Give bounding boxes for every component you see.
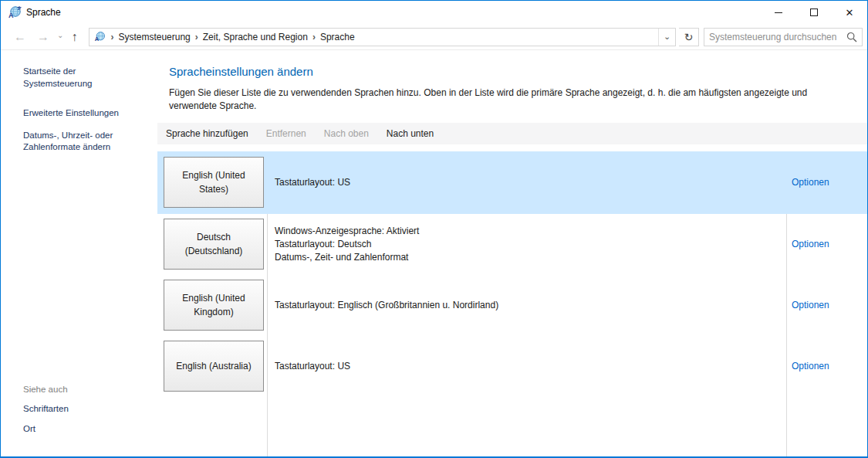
page-description: Fügen Sie dieser Liste die zu verwendend… — [169, 87, 853, 113]
detail-line: Windows-Anzeigesprache: Aktiviert — [275, 225, 786, 238]
detail-line: Datums-, Zeit- und Zahlenformat — [275, 251, 786, 264]
language-details: Tastaturlayout: US — [264, 360, 786, 373]
history-dropdown-icon[interactable]: ⌄ — [55, 31, 66, 39]
window-body: Startseite der Systemsteuerung Erweitert… — [1, 50, 867, 456]
forward-button[interactable]: → — [32, 31, 55, 43]
language-row-english-us[interactable]: English (United States) Tastaturlayout: … — [157, 151, 867, 214]
add-language-button[interactable]: Sprache hinzufügen — [165, 127, 249, 141]
window-controls: ✕ — [761, 1, 867, 24]
move-down-button[interactable]: Nach unten — [386, 127, 434, 141]
sidebar-item-erweiterte-einstellungen[interactable]: Erweiterte Einstellungen — [23, 107, 147, 120]
options-link-deutsch[interactable]: Optionen — [792, 239, 829, 249]
language-row-deutsch[interactable]: Deutsch (Deutschland) Windows-Anzeigespr… — [157, 214, 867, 275]
sidebar-item-startseite[interactable]: Startseite der Systemsteuerung — [23, 66, 147, 90]
breadcrumb-chevron-icon: › — [109, 31, 115, 42]
language-details: Windows-Anzeigesprache: Aktiviert Tastat… — [264, 225, 786, 264]
options-cell: Optionen — [786, 177, 867, 188]
sidebar: Startseite der Systemsteuerung Erweitert… — [1, 50, 157, 456]
options-link-english-us[interactable]: Optionen — [792, 177, 829, 188]
language-row-english-uk[interactable]: English (United Kingdom) Tastaturlayout:… — [157, 275, 867, 336]
minimize-icon — [775, 12, 782, 13]
detail-line: Tastaturlayout: Deutsch — [275, 238, 786, 251]
search-box — [704, 28, 863, 46]
control-panel-window: A Sprache ✕ ← → ⌄ ↑ — [0, 0, 868, 458]
address-dropdown-icon[interactable]: ⌄ — [658, 29, 675, 46]
back-button[interactable]: ← — [8, 31, 32, 43]
svg-text:A: A — [8, 12, 14, 19]
options-link-english-au[interactable]: Optionen — [792, 361, 829, 371]
remove-button: Entfernen — [265, 127, 307, 141]
close-button[interactable]: ✕ — [832, 1, 867, 24]
language-tile-deutsch[interactable]: Deutsch (Deutschland) — [164, 219, 264, 270]
search-input[interactable] — [709, 32, 846, 42]
page-title: Spracheinstellungen ändern — [169, 65, 867, 78]
sidebar-item-ort[interactable]: Ort — [23, 423, 147, 436]
options-cell: Optionen — [786, 361, 867, 371]
breadcrumb-item-systemsteuerung[interactable]: Systemsteuerung — [115, 32, 193, 42]
language-row-english-au[interactable]: English (Australia) Tastaturlayout: US O… — [157, 336, 867, 397]
svg-text:A: A — [95, 36, 100, 42]
language-details: Tastaturlayout: Englisch (Großbritannien… — [264, 299, 786, 312]
options-cell: Optionen — [786, 239, 867, 249]
refresh-button[interactable]: ↻ — [679, 28, 699, 46]
navigation-bar: ← → ⌄ ↑ A › Systemsteuerung › Zeit, Spra… — [1, 24, 867, 50]
detail-line: Tastaturlayout: US — [275, 360, 786, 373]
titlebar: A Sprache ✕ — [1, 1, 867, 24]
up-button[interactable]: ↑ — [66, 31, 83, 43]
language-list: English (United States) Tastaturlayout: … — [157, 151, 867, 456]
minimize-button[interactable] — [761, 1, 796, 24]
language-app-icon: A — [8, 5, 22, 19]
close-icon: ✕ — [846, 8, 854, 18]
address-location-icon: A — [94, 31, 106, 42]
sidebar-item-datumsformate[interactable]: Datums-, Uhrzeit- oder Zahlenformate änd… — [23, 130, 131, 154]
see-also-section: Siehe auch Schriftarten Ort — [23, 385, 151, 444]
detail-line: Tastaturlayout: Englisch (Großbritannien… — [275, 299, 786, 312]
move-up-button: Nach oben — [323, 127, 370, 141]
address-bar[interactable]: A › Systemsteuerung › Zeit, Sprache und … — [89, 28, 676, 46]
search-icon[interactable] — [846, 32, 857, 42]
breadcrumb-item-sprache[interactable]: Sprache — [317, 32, 358, 42]
maximize-icon — [810, 8, 818, 16]
language-tile-english-uk[interactable]: English (United Kingdom) — [164, 280, 264, 331]
language-toolbar: Sprache hinzufügen Entfernen Nach oben N… — [157, 123, 867, 144]
options-cell: Optionen — [786, 300, 867, 310]
maximize-button[interactable] — [796, 1, 832, 24]
see-also-header: Siehe auch — [23, 385, 151, 394]
language-tile-english-au[interactable]: English (Australia) — [164, 341, 264, 392]
main-content: Spracheinstellungen ändern Fügen Sie die… — [157, 50, 867, 456]
breadcrumb-item-zeit-sprache-region[interactable]: Zeit, Sprache und Region — [200, 32, 311, 42]
language-details: Tastaturlayout: US — [264, 176, 786, 189]
sidebar-item-schriftarten[interactable]: Schriftarten — [23, 403, 147, 416]
window-title: Sprache — [26, 7, 761, 18]
language-tile-english-us[interactable]: English (United States) — [164, 157, 264, 208]
breadcrumb-chevron-icon: › — [194, 31, 200, 42]
detail-line: Tastaturlayout: US — [275, 176, 786, 189]
breadcrumb-chevron-icon: › — [311, 31, 317, 42]
options-link-english-uk[interactable]: Optionen — [792, 300, 829, 310]
